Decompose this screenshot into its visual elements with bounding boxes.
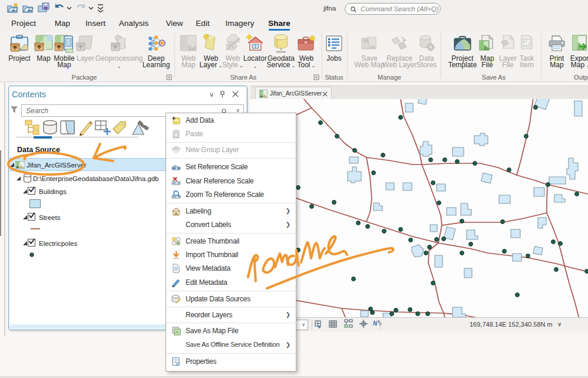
svg-text:N: N — [373, 320, 378, 327]
